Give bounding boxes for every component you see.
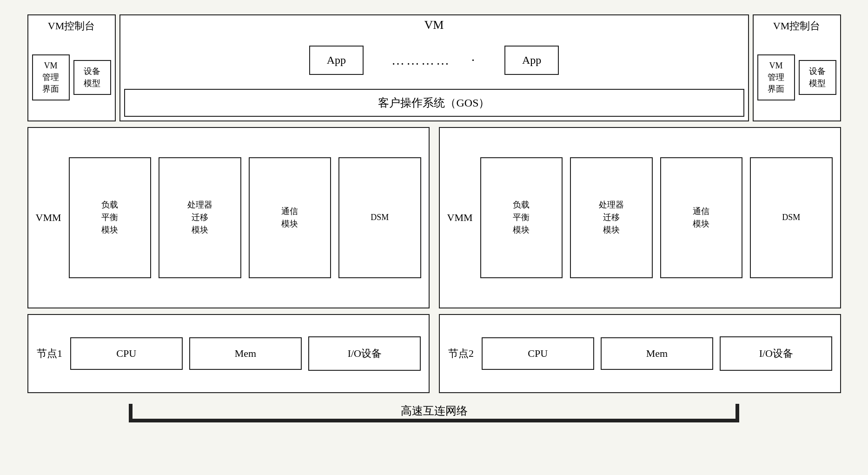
app-box-left: App — [309, 46, 364, 75]
vm-apps-row: App ………… · App — [120, 34, 748, 87]
node-label-right: 节点2 — [447, 347, 475, 361]
vmm-box-left-3: 通信模块 — [249, 157, 331, 278]
vm-console-right-box1: VM管理界面 — [757, 54, 795, 101]
node-label-left: 节点1 — [36, 347, 64, 361]
network-row: 高速互连网络 — [27, 397, 841, 425]
vm-console-left-title: VM控制台 — [28, 15, 115, 35]
node-section-left: 节点1 CPU Mem I/O设备 — [27, 314, 430, 393]
vm-console-right-inner: VM管理界面 设备模型 — [754, 35, 840, 120]
node-io-right: I/O设备 — [720, 336, 832, 371]
vm-console-right-title: VM控制台 — [754, 15, 840, 35]
diagram-container: VM控制台 VM管理界面 设备模型 VM App ………… · App 客户操作… — [27, 14, 841, 461]
vm-console-left: VM控制台 VM管理界面 设备模型 — [27, 14, 116, 121]
node-section-right: 节点2 CPU Mem I/O设备 — [439, 314, 841, 393]
vmm-box-right-1: 负载平衡模块 — [480, 157, 563, 278]
network-label: 高速互连网络 — [391, 403, 477, 418]
vm-console-left-inner: VM管理界面 设备模型 — [28, 35, 115, 120]
vm-console-right: VM控制台 VM管理界面 设备模型 — [753, 14, 841, 121]
vm-os-bar: 客户操作系统（GOS） — [124, 89, 744, 117]
top-row: VM控制台 VM管理界面 设备模型 VM App ………… · App 客户操作… — [27, 14, 841, 121]
node-mem-left: Mem — [189, 337, 302, 370]
vm-main-section: VM App ………… · App 客户操作系统（GOS） — [119, 14, 749, 121]
vmm-box-left-1: 负载平衡模块 — [69, 157, 152, 278]
network-right-vertical — [735, 404, 739, 422]
vmm-section-right: VMM 负载平衡模块 处理器迁移模块 通信模块 DSM — [439, 127, 841, 308]
vm-console-left-box1: VM管理界面 — [32, 54, 70, 101]
vmm-label-left: VMM — [36, 212, 61, 224]
network-bar — [129, 419, 739, 422]
node-io-left: I/O设备 — [308, 336, 421, 371]
node-cpu-right: CPU — [482, 337, 594, 370]
vmm-box-left-2: 处理器迁移模块 — [159, 157, 241, 278]
node-mem-right: Mem — [601, 337, 713, 370]
vmm-box-right-2: 处理器迁移模块 — [570, 157, 653, 278]
vmm-section-left: VMM 负载平衡模块 处理器迁移模块 通信模块 DSM — [27, 127, 430, 308]
vmm-box-left-4: DSM — [338, 157, 421, 278]
bottom-row: 节点1 CPU Mem I/O设备 节点2 CPU Mem I/O设备 — [27, 314, 841, 393]
middle-row: VMM 负载平衡模块 处理器迁移模块 通信模块 DSM VMM 负载平衡模块 处… — [27, 127, 841, 308]
app-box-right: App — [504, 46, 559, 75]
vm-dots: ………… · — [391, 53, 477, 68]
vmm-box-right-3: 通信模块 — [660, 157, 743, 278]
vmm-label-right: VMM — [447, 212, 473, 224]
node-cpu-left: CPU — [70, 337, 183, 370]
vm-console-left-box2: 设备模型 — [73, 60, 111, 94]
network-connector: 高速互连网络 — [129, 399, 739, 422]
vm-console-right-box2: 设备模型 — [799, 60, 836, 94]
vmm-box-right-4: DSM — [750, 157, 833, 278]
vm-label: VM — [120, 15, 748, 34]
